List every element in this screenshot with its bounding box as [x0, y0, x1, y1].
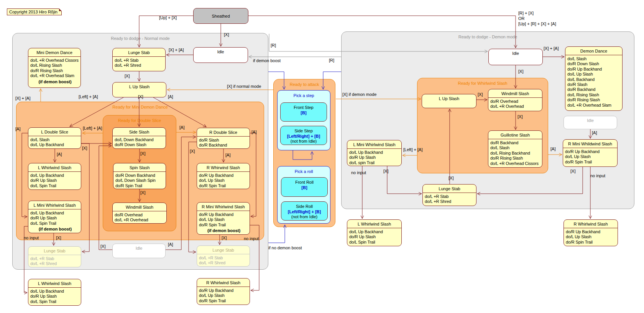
transition-label: [X]	[518, 69, 523, 74]
action-line: do/R Down Slash	[567, 61, 621, 66]
action-line: do/R Overhead	[115, 213, 166, 217]
state-l-whirlwind-slash-exit[interactable]: L Whirlwind Slashdo/L Up Backhanddo/R Up…	[28, 279, 81, 306]
action-line: do/L spin Trail	[349, 160, 401, 165]
state-side-step[interactable]: Side Step[Left/Right] + [B](not from Idl…	[280, 126, 327, 145]
transition-label: [X]	[383, 169, 388, 173]
action-line: do/L +R Shred	[30, 261, 80, 266]
region-title-ready-for-whirlwind-slash: Ready for Whirlwind Slash	[417, 78, 548, 86]
state-r-mini-whildwind-slash[interactable]: R Mini Whildwind Slashdo/R Up Backhanddo…	[563, 139, 618, 167]
action-line: do/L +R Overhead Slam	[567, 103, 621, 108]
state-lunge-stab-normal[interactable]: Lunge Stabdo/L +R Stabdo/L +R Shred	[112, 48, 166, 71]
state-spin-slash[interactable]: Spin Slashdo/R Down Backhanddo/L Down Sl…	[113, 163, 166, 189]
state-title: Lunge Stab	[113, 48, 165, 56]
state-l-double-slice[interactable]: L Double Slicedo/L Slashdo/L Up Backhand	[28, 127, 81, 149]
state-l-mini-whirlwind-slash[interactable]: L Mini Whirlwind Slashdo/L Up Backhanddo…	[28, 201, 81, 233]
transition-label: [A]	[251, 130, 256, 134]
region-title-ready-for-mini-demon-dance: Ready for Mini Demon Dance	[16, 102, 264, 109]
state-r-whirlwind-slash-exit-demon[interactable]: R Whirlwind Slashdo/R Up Backhanddo/L Up…	[564, 219, 618, 246]
state-l-up-slash-demon[interactable]: L Up Slash	[422, 94, 476, 108]
state-l-whirlwind-slash-exit-demon[interactable]: L Whirlwind Slashdo/L Up Backhanddo/R Up…	[347, 219, 402, 246]
state-front-roll[interactable]: Front Roll[B]	[281, 177, 328, 197]
state-windmill-slash-demon[interactable]: Windmill Slashdo/R Overheaddo/L +R Overh…	[488, 89, 542, 111]
state-lunge-stab-ghost-left[interactable]: Lunge Stabdo/L +R Stabdo/L +R Shred	[28, 246, 81, 267]
state-side-roll[interactable]: Side Roll[Left/Right] + [B](not from Idl…	[281, 201, 328, 221]
state-title: Idle	[564, 116, 617, 124]
action-line: do/L Spin Trail	[30, 221, 80, 226]
action-line: do/L Spin Trail	[30, 299, 80, 304]
state-title: L Whirlwind Slash	[28, 163, 81, 171]
action-line: do/L Up Slash	[565, 154, 616, 159]
action-line: do/L Slash	[567, 56, 621, 61]
state-lunge-stab-demon[interactable]: Lunge Stabdo/L +R Stabdo/L +R Shred	[422, 184, 476, 206]
action-line: do/L Slash	[490, 145, 541, 150]
transition-label: no input	[590, 173, 605, 178]
transition-label: [X]	[518, 114, 522, 119]
transition-label: [A]	[592, 130, 597, 135]
transition-label: [X]	[82, 146, 87, 150]
action-line: do/R Overhead	[490, 99, 541, 104]
state-title: R Double Slice	[197, 128, 250, 136]
state-title: Front Roll	[281, 178, 327, 185]
state-l-whirlwind-slash[interactable]: L Whirlwind Slashdo/L Up Backhanddo/R Up…	[28, 163, 81, 190]
transition-label: [X]	[125, 74, 130, 78]
transition-label: [R]	[271, 43, 276, 48]
action-line: do/R Backhand	[567, 87, 621, 92]
state-actions: do/R Up Backhanddo/L Up Slashdo/R Spin T…	[564, 228, 618, 245]
action-line: do/R Up Slash	[30, 294, 80, 299]
state-actions: do/R Up Backhanddo/L Up Slashdo/R Spin T…	[197, 287, 250, 303]
transition-label: [X] + [A]	[169, 48, 184, 52]
state-title: L Mini Whirlwind Slash	[347, 140, 401, 148]
state-r-mini-whirlwind-slash[interactable]: R Mini Whirlwind Slashdo/R Up Backhanddo…	[197, 202, 250, 235]
action-line: do/L Up Slash	[199, 293, 249, 298]
state-title: L Double Slice	[28, 128, 81, 136]
action-line: do/R Backhand	[490, 140, 541, 145]
transition-label: [A]	[550, 147, 555, 151]
transition-label: [X]	[222, 236, 227, 240]
action-line: do/L Up Slash	[199, 217, 249, 222]
state-title: Side Roll	[281, 202, 327, 209]
state-title: L Whirlwind Slash	[28, 279, 81, 287]
state-r-double-slice[interactable]: R Double Slicedo/R Slashdo/R Backhand	[197, 128, 250, 149]
transition-label: [R] + [X]	[518, 11, 534, 15]
combo-note: (not from Idle)	[281, 138, 327, 143]
state-idle-ghost-bottom[interactable]: Idle	[112, 244, 166, 258]
state-front-step[interactable]: Front Step[B]	[280, 102, 327, 122]
transition-label: [A]	[15, 127, 20, 131]
state-title: R Mini Whildwind Slash	[563, 140, 617, 148]
state-demon-dance[interactable]: Demon Dancedo/L Slashdo/R Down Slashdo/R…	[565, 46, 623, 111]
action-line: do/L Down Slash Spin	[115, 178, 165, 183]
condition-note: (if demon boost)	[30, 79, 80, 84]
state-guillotine-slash[interactable]: Guillotine Slashdo/R Backhanddo/L Slashd…	[488, 130, 542, 168]
state-r-whirlwind-slash-exit-left[interactable]: R Whirlwind Slashdo/R Up Backhanddo/L Up…	[197, 278, 250, 305]
transition-label: [A]	[57, 152, 62, 156]
transition-label: [X]	[478, 92, 483, 97]
action-line: do/R Backhand	[199, 143, 249, 148]
state-idle-demon[interactable]: Idle	[488, 49, 543, 65]
transition-label: [X]	[570, 169, 575, 173]
state-mini-demon-dance[interactable]: Mini Demon Dancedo/L +R Overhead Cissors…	[28, 48, 81, 88]
state-lunge-stab-ghost-right[interactable]: Lunge Stabdo/L +R Stabdo/L +R Shred	[197, 245, 250, 267]
transition-label: OR	[518, 16, 525, 21]
transition-label: [X]	[140, 151, 145, 156]
action-line: do/L Up Slash	[199, 178, 249, 183]
state-r-whirwind-slash[interactable]: R Whirwind Slashdo/R Up Backhanddo/L Up …	[197, 163, 250, 189]
state-sheathed[interactable]: Sheathed	[193, 8, 248, 24]
action-line: do/L +R Overhead Slam	[30, 73, 80, 78]
state-windmill-slash-normal[interactable]: Windmill Slashdo/R Overheaddo/L +R Overh…	[112, 203, 167, 224]
action-line: do/L Up Backhand	[30, 289, 80, 294]
copyright-note: Copyright 2013 Hiro Rõjin	[7, 8, 62, 15]
action-line: do/L +R Stab	[30, 256, 80, 261]
action-line: do/R Rising Slash	[30, 68, 80, 73]
state-idle-ghost-right[interactable]: Idle	[564, 116, 617, 129]
action-line: do/R Spin Trail	[199, 183, 249, 188]
state-title: Lunge Stab	[28, 247, 81, 255]
action-line: do/R Up Backhand	[566, 229, 617, 234]
action-line: do/L +R Shred	[199, 260, 249, 265]
state-idle-normal[interactable]: Idle	[193, 47, 248, 63]
copyright-text: Copyright 2013 Hiro Rõjin	[9, 10, 58, 14]
state-actions: do/R Up Backhanddo/L Up Slashdo/R Spin T…	[197, 171, 250, 188]
transition-label: [A]	[225, 153, 230, 157]
state-l-mini-whirlwind-slash-demon[interactable]: L Mini Whirlwind Slashdo/L Up Backhanddo…	[347, 140, 402, 166]
state-side-slash[interactable]: Side Slashdo/L Down Backhanddo/R Down Sl…	[112, 127, 166, 149]
state-title: Sheathed	[194, 8, 248, 23]
